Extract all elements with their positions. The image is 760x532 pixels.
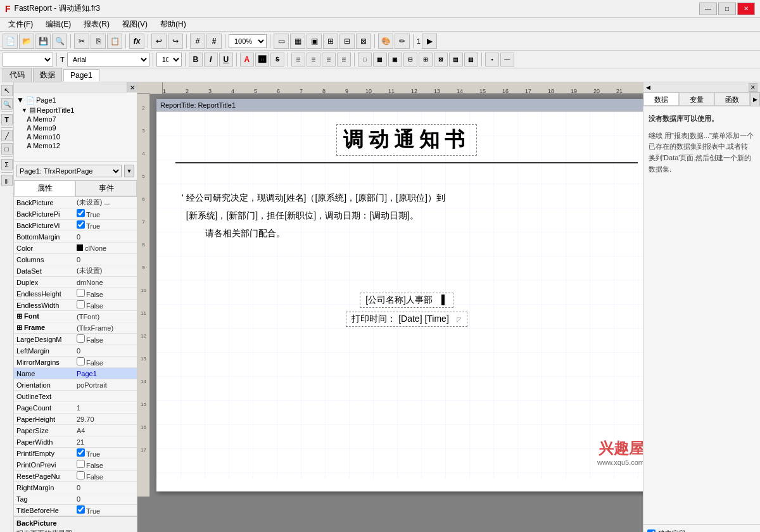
border1-button[interactable]: □ (358, 53, 372, 66)
prop-outlinetext[interactable]: OutlineText (14, 391, 137, 402)
prop-pagecount[interactable]: PageCount 1 (14, 402, 137, 414)
prop-endlessheight[interactable]: EndlessHeight False (14, 288, 137, 300)
copy-button[interactable]: ⎘ (91, 34, 106, 49)
prop-rightmargin[interactable]: RightMargin 0 (14, 482, 137, 493)
italic-button[interactable]: I (204, 53, 218, 66)
align-right-button[interactable]: ≡ (322, 53, 336, 66)
obj4-button[interactable]: ⊞ (323, 34, 338, 49)
prop-titlebeforehe[interactable]: TitleBeforeHe True (14, 505, 137, 516)
right-tab-funcs[interactable]: 函数 (714, 92, 750, 106)
prop-papersize[interactable]: PaperSize A4 (14, 425, 137, 436)
tab-page1[interactable]: Page1 (63, 69, 99, 82)
menu-edit[interactable]: 编辑(E) (40, 17, 77, 32)
prop-backpicturepi[interactable]: BackPicturePi True (14, 208, 137, 220)
new-button[interactable]: 📄 (3, 34, 18, 49)
fill-button[interactable]: ▪ (485, 53, 499, 66)
center-area[interactable]: 1 2 3 4 5 6 7 8 9 10 11 12 13 14 15 16 1 (137, 82, 643, 532)
rect-tool[interactable]: □ (1, 143, 13, 155)
open-button[interactable]: 📂 (19, 34, 34, 49)
prop-printonprevi[interactable]: PrintOnPrevi False (14, 459, 137, 471)
line-button[interactable]: — (500, 53, 514, 66)
underline-button[interactable]: U (219, 53, 233, 66)
tree-memo7[interactable]: A Memo7 (27, 115, 134, 124)
prop-font[interactable]: ⊞ Font (TFont) (14, 311, 137, 322)
border3-button[interactable]: ▣ (388, 53, 402, 66)
minimize-button[interactable]: — (699, 3, 717, 15)
tree-page1[interactable]: ▼ 📄 Page1 (16, 95, 134, 105)
prop-frame[interactable]: ⊞ Frame (TfrxFrame) (14, 322, 137, 334)
obj5-button[interactable]: ⊟ (339, 34, 355, 49)
tree-reporttitle1[interactable]: ▼ ▤ ReportTitle1 (22, 105, 134, 115)
border4-button[interactable]: ⊟ (403, 53, 417, 66)
page-content[interactable]: 调动通知书 ' 经公司研究决定，现调动[姓名]（[原系统]，[原部门]，[原职位… (156, 111, 643, 479)
align-left-button[interactable]: ≡ (291, 53, 305, 66)
text-tool[interactable]: T (1, 114, 13, 125)
prop-color[interactable]: Color clNone (14, 243, 137, 254)
prop-leftmargin[interactable]: LeftMargin 0 (14, 345, 137, 357)
prop-resetpagenu[interactable]: ResetPageNu False (14, 471, 137, 482)
prop-tag[interactable]: Tag 0 (14, 493, 137, 505)
close-button[interactable]: ✕ (737, 3, 755, 15)
print-preview-button[interactable]: 🔍 (52, 34, 67, 49)
obj3-button[interactable]: ▣ (307, 34, 322, 49)
prop-backpicturevi[interactable]: BackPictureVi True (14, 220, 137, 231)
font-size-select[interactable]: 10 8 12 14 (156, 53, 182, 66)
align-justify-button[interactable]: ≡ (337, 53, 351, 66)
select-tool[interactable]: ↖ (1, 85, 13, 96)
prop-orientation[interactable]: Orientation poPortrait (14, 379, 137, 391)
prop-name[interactable]: Name Page1 (14, 368, 137, 379)
color2-button[interactable]: ✏ (395, 34, 410, 49)
menu-file[interactable]: 文件(F) (3, 17, 39, 32)
font-select[interactable]: Arial (67, 53, 149, 66)
prop-paperheight[interactable]: PaperHeight 29.70 (14, 414, 137, 425)
menu-report[interactable]: 报表(R) (78, 17, 115, 32)
right-tab-arrow[interactable]: ▶ (750, 92, 760, 106)
sum-tool[interactable]: Σ (1, 159, 13, 170)
menu-view[interactable]: 视图(V) (117, 17, 153, 32)
obj2-button[interactable]: ▦ (290, 34, 305, 49)
border8-button[interactable]: ▥ (464, 53, 478, 66)
tree-memo9[interactable]: A Memo9 (27, 124, 134, 132)
bold-button[interactable]: B (189, 53, 203, 66)
prop-dataset[interactable]: DataSet (未设置) (14, 265, 137, 277)
formula-button[interactable]: fx (129, 34, 144, 49)
border6-button[interactable]: ⊠ (434, 53, 448, 66)
zoom-control[interactable]: 100% 75% 150% (229, 34, 267, 48)
barcode-tool[interactable]: ||| (1, 175, 13, 186)
obj6-button[interactable]: ⊠ (356, 34, 371, 49)
prop-endlesswidth[interactable]: EndlessWidth False (14, 300, 137, 311)
save-button[interactable]: 💾 (35, 34, 51, 49)
align-center-button[interactable]: ≡ (307, 53, 320, 66)
zoom-select[interactable]: 100% 75% 150% (229, 34, 267, 48)
highlight-button[interactable]: 🅰 (255, 53, 269, 66)
border5-button[interactable]: ⊞ (419, 53, 433, 66)
right-tab-data[interactable]: 数据 (643, 92, 679, 106)
undo-button[interactable]: ↩ (151, 34, 167, 49)
prop-largedesignm[interactable]: LargeDesignM False (14, 334, 137, 345)
maximize-button[interactable]: □ (718, 3, 736, 15)
left-panel-close[interactable]: ✕ (127, 82, 137, 92)
style-select[interactable] (3, 53, 53, 66)
prop-columns[interactable]: Columns 0 (14, 254, 137, 265)
page-dropdown[interactable]: Page1: TfrxReportPage (16, 165, 122, 177)
border2-button[interactable]: ▦ (373, 53, 387, 66)
cut-button[interactable]: ✂ (74, 34, 89, 49)
right-tab-vars[interactable]: 变量 (679, 92, 714, 106)
line-tool[interactable]: ╱ (1, 130, 13, 141)
color1-button[interactable]: 🎨 (378, 34, 393, 49)
prop-duplex[interactable]: Duplex dmNone (14, 277, 137, 288)
font-color-button[interactable]: A (240, 53, 254, 66)
canvas-scroll[interactable]: ReportTitle: ReportTitle1 调动通知书 ' (150, 94, 643, 497)
redo-button[interactable]: ↪ (168, 34, 183, 49)
tree-memo12[interactable]: A Memo12 (27, 141, 134, 150)
right-panel-close[interactable]: ✕ (749, 83, 757, 92)
menu-help[interactable]: 帮助(H) (155, 17, 192, 32)
page-dropdown-arrow[interactable]: ▼ (124, 165, 134, 177)
prop-printifempty[interactable]: PrintIfEmpty True (14, 448, 137, 459)
strikethrough-button[interactable]: S̶ (270, 53, 284, 66)
border7-button[interactable]: ▤ (449, 53, 463, 66)
tree-memo10[interactable]: A Memo10 (27, 132, 134, 141)
tab-code[interactable]: 代码 (3, 68, 32, 82)
grid2-button[interactable]: # (206, 34, 222, 49)
report-title-text[interactable]: 调动通知书 (156, 111, 643, 162)
